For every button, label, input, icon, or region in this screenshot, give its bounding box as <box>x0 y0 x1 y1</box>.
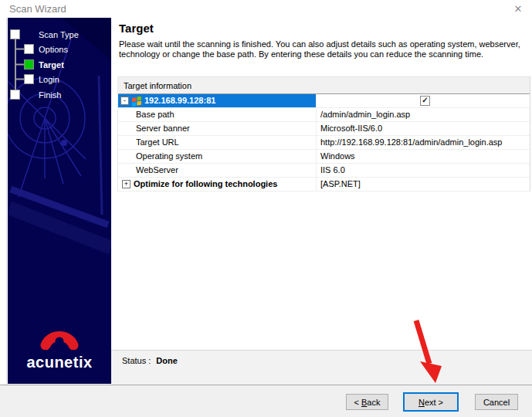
table-row-webserver[interactable]: WebServer IIS 6.0 <box>118 164 530 178</box>
target-information-table: Target information - 192.168.99.128:81 ✓… <box>117 76 530 192</box>
page-title: Target <box>119 22 154 35</box>
description-line-1: Please wait until the scanning is finish… <box>119 39 520 49</box>
row-name: WebServer <box>118 164 316 177</box>
row-value[interactable]: /admin/admin_login.asp <box>316 108 530 121</box>
back-button[interactable]: < Back <box>346 394 388 410</box>
table-row-operating-system[interactable]: Operating system Windows <box>118 150 530 164</box>
sidebar-item-target[interactable]: Target <box>39 60 64 70</box>
acunetix-logo: acunetix <box>8 324 111 371</box>
sidebar-item-login[interactable]: Login <box>39 75 59 84</box>
next-button[interactable]: Next > <box>403 392 459 412</box>
optimize-label: Optimize for following technologies <box>134 178 277 191</box>
row-name: Base path <box>118 108 316 121</box>
table-row-base-path[interactable]: Base path /admin/admin_login.asp <box>118 108 530 122</box>
scan-wizard-window: { "window": { "title": "Scan Wizard", "c… <box>0 0 532 417</box>
row-value[interactable]: http://192.168.99.128:81/admin/admin_log… <box>316 136 530 149</box>
status-bar: Status :Done <box>111 350 532 385</box>
windows-flag-icon <box>131 96 142 107</box>
sidebar-item-scan-type[interactable]: Scan Type <box>39 30 79 39</box>
table-row-target-url[interactable]: Target URL http://192.168.99.128:81/admi… <box>118 136 530 150</box>
status-label: Status : <box>122 356 151 365</box>
wizard-sidebar: Scan Type Options Target Login Finish ac… <box>8 18 111 384</box>
status-value: Done <box>156 356 178 365</box>
host-cell: - 192.168.99.128:81 <box>118 94 316 107</box>
step-box-scan-type <box>10 29 20 39</box>
host-address: 192.168.99.128:81 <box>144 94 215 107</box>
row-value[interactable]: [ASP.NET] <box>316 178 530 191</box>
sidebar-item-options[interactable]: Options <box>39 45 68 54</box>
row-name: Target URL <box>118 136 316 149</box>
row-name: Operating system <box>118 150 316 163</box>
acunetix-logo-icon <box>8 324 111 350</box>
step-box-finish <box>10 90 20 100</box>
cancel-button[interactable]: Cancel <box>475 394 518 410</box>
acunetix-logo-text: acunetix <box>8 354 111 371</box>
background-window-edge <box>6 18 7 417</box>
window-title: Scan Wizard <box>9 3 66 15</box>
description-line-2: technology or change the base path. By e… <box>119 49 483 59</box>
row-value[interactable]: Microsoft-IIS/6.0 <box>316 122 530 135</box>
title-bar: Scan Wizard ✕ <box>0 0 532 18</box>
table-header: Target information <box>118 76 530 94</box>
expand-icon[interactable]: + <box>122 180 130 188</box>
host-checkbox[interactable]: ✓ <box>420 96 430 106</box>
sidebar-item-finish[interactable]: Finish <box>39 90 61 100</box>
step-box-options <box>24 44 34 54</box>
row-value[interactable]: IIS 6.0 <box>316 164 530 177</box>
collapse-icon[interactable]: - <box>120 97 129 105</box>
table-row-optimize-technologies[interactable]: + Optimize for following technologies [A… <box>118 178 530 192</box>
step-box-login <box>24 74 34 84</box>
status-text: Status :Done <box>122 356 178 365</box>
row-name: Server banner <box>118 122 316 135</box>
page-description: Please wait until the scanning is finish… <box>119 39 520 59</box>
table-row-host[interactable]: - 192.168.99.128:81 ✓ <box>118 94 530 108</box>
table-row-server-banner[interactable]: Server banner Microsoft-IIS/6.0 <box>118 122 530 136</box>
close-icon[interactable]: ✕ <box>511 2 525 16</box>
host-checkbox-cell: ✓ <box>316 94 530 107</box>
row-value[interactable]: Windows <box>316 150 530 163</box>
step-box-target-active <box>24 59 34 70</box>
row-name: + Optimize for following technologies <box>118 178 316 191</box>
